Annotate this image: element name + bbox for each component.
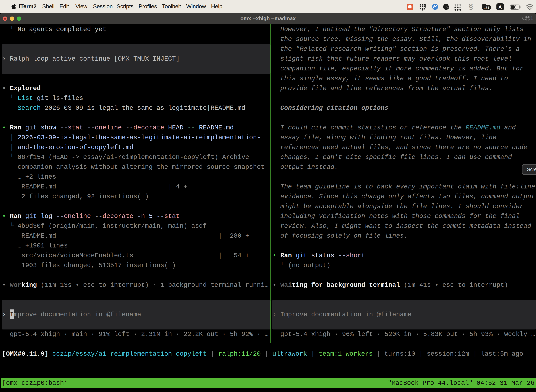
svg-text:A: A	[498, 5, 502, 10]
svg-text:..61: ..61	[484, 6, 489, 9]
